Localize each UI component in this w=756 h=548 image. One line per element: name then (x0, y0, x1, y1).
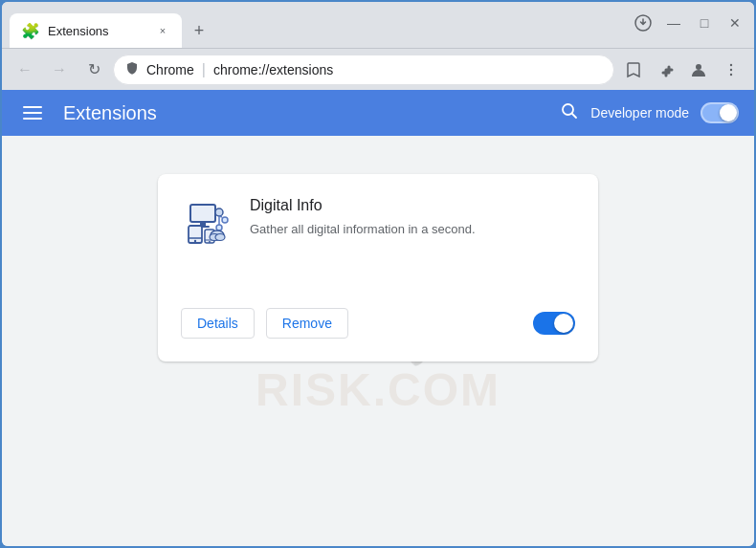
extension-info: Digital Info Gather all digital informat… (250, 197, 575, 239)
bookmark-button[interactable] (618, 55, 649, 85)
svg-rect-9 (190, 205, 215, 222)
header-actions: Developer mode (560, 101, 739, 125)
extension-icon (183, 199, 233, 249)
remove-button[interactable]: Remove (266, 308, 348, 339)
svg-point-2 (730, 63, 732, 65)
watermark-text: RISK.COM (256, 367, 500, 413)
security-icon (125, 61, 139, 77)
svg-rect-7 (23, 118, 42, 120)
svg-point-4 (730, 73, 732, 75)
svg-point-12 (215, 208, 223, 216)
toggle-knob (720, 104, 737, 121)
svg-rect-5 (23, 106, 42, 108)
back-button[interactable]: ← (10, 55, 40, 85)
extension-name: Digital Info (250, 197, 575, 214)
close-button[interactable]: ✕ (723, 11, 746, 34)
address-bar[interactable]: Chrome | chrome://extensions (113, 55, 614, 85)
tab-close-button[interactable]: × (155, 23, 170, 38)
svg-point-13 (222, 217, 228, 223)
extensions-page-title: Extensions (63, 102, 545, 124)
developer-mode-toggle[interactable] (700, 102, 739, 123)
active-tab[interactable]: 🧩 Extensions × (10, 13, 182, 48)
main-content: 🔍 RISK.COM (2, 136, 754, 546)
developer-mode-label: Developer mode (590, 105, 689, 121)
tab-strip: 🧩 Extensions × + (10, 2, 628, 48)
tab-title: Extensions (48, 24, 147, 38)
extension-card-footer: Details Remove (181, 308, 575, 339)
hamburger-menu-button[interactable] (17, 98, 48, 128)
svg-point-14 (216, 225, 222, 230)
extension-enable-toggle[interactable] (533, 312, 575, 335)
extension-toggle-container (533, 312, 575, 335)
extensions-header: Extensions Developer mode (2, 90, 754, 136)
svg-rect-6 (23, 112, 42, 114)
header-search-button[interactable] (560, 101, 579, 125)
svg-point-20 (194, 240, 196, 242)
extension-toggle-knob (554, 314, 573, 333)
window-controls: — □ ✕ (632, 11, 746, 34)
forward-button[interactable]: → (44, 55, 75, 85)
address-site: Chrome (146, 62, 194, 77)
extensions-button[interactable] (651, 55, 681, 85)
new-tab-button[interactable]: + (186, 17, 212, 44)
svg-point-26 (215, 234, 225, 241)
svg-point-1 (696, 64, 701, 70)
avatar-button[interactable] (683, 55, 714, 85)
maximize-button[interactable]: □ (693, 11, 716, 34)
details-button[interactable]: Details (181, 308, 255, 339)
tab-icon: 🧩 (21, 22, 40, 40)
toolbar-actions (618, 55, 746, 85)
download-indicator[interactable] (632, 11, 655, 34)
extension-description: Gather all digital information in a seco… (250, 220, 575, 239)
extension-card: Digital Info Gather all digital informat… (158, 174, 598, 362)
extension-icon-container (181, 197, 234, 251)
svg-point-8 (563, 104, 573, 115)
address-separator: | (202, 61, 206, 78)
toolbar: ← → ↻ Chrome | chrome://extensions (2, 48, 754, 90)
browser-window: 🧩 Extensions × + — □ ✕ ← → ↻ (0, 0, 756, 548)
menu-button[interactable] (716, 55, 746, 85)
address-url: chrome://extensions (213, 62, 333, 77)
title-bar: 🧩 Extensions × + — □ ✕ (2, 2, 754, 48)
extension-card-header: Digital Info Gather all digital informat… (181, 197, 575, 251)
minimize-button[interactable]: — (662, 11, 685, 34)
refresh-button[interactable]: ↻ (78, 55, 109, 85)
svg-point-3 (730, 68, 732, 70)
svg-point-23 (209, 241, 211, 243)
